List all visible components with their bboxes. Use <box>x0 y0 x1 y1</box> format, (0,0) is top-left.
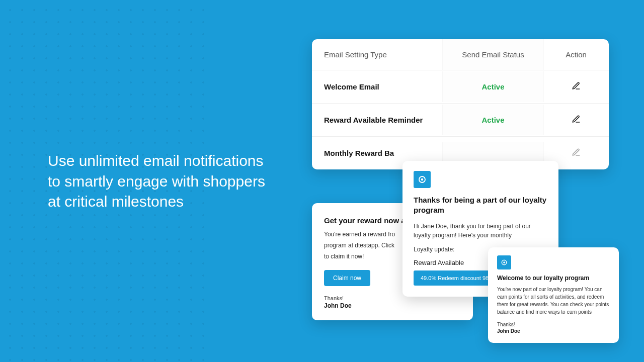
brand-logo-icon <box>414 171 431 188</box>
svg-point-1 <box>421 178 424 181</box>
loyalty-greeting: Hi Jane Doe, thank you for being part of… <box>414 222 547 240</box>
edit-icon[interactable] <box>572 81 581 90</box>
col-action: Action <box>543 39 609 70</box>
col-type: Email Setting Type <box>312 39 443 70</box>
loyalty-title: Thanks for being a part of our loyalty p… <box>414 195 547 216</box>
edit-icon[interactable] <box>572 148 581 157</box>
row-type: Reward Available Reminder <box>312 105 443 135</box>
svg-point-3 <box>503 261 505 263</box>
email-signature: John Doe <box>497 328 610 334</box>
status-badge: Active <box>481 82 504 91</box>
table-header-row: Email Setting Type Send Email Status Act… <box>312 39 609 70</box>
col-status: Send Email Status <box>443 39 543 70</box>
page-headline: Use unlimited email notifications to sma… <box>48 151 269 212</box>
welcome-body: You're now part of our loyalty program! … <box>497 286 610 316</box>
welcome-title: Welcome to our loyalty program <box>497 275 610 282</box>
brand-logo-icon <box>497 255 511 269</box>
edit-icon[interactable] <box>572 115 581 124</box>
row-type: Welcome Email <box>312 71 443 102</box>
email-settings-table: Email Setting Type Send Email Status Act… <box>312 39 609 169</box>
claim-now-button[interactable]: Claim now <box>324 270 370 286</box>
email-signature: John Doe <box>324 302 461 309</box>
table-row: Welcome Email Active <box>312 70 609 103</box>
email-thanks: Thanks! <box>497 322 610 327</box>
table-row: Reward Available Reminder Active <box>312 103 609 136</box>
status-badge: Active <box>481 116 504 124</box>
welcome-email-preview: Welcome to our loyalty program You're no… <box>488 247 619 343</box>
